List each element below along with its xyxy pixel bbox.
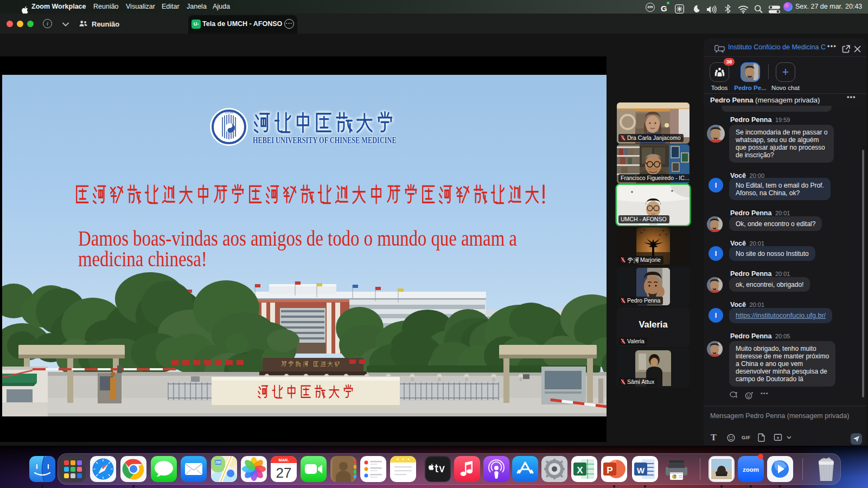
svg-text:zoom: zoom	[743, 466, 759, 473]
svg-text:27: 27	[276, 465, 292, 481]
svg-text:P: P	[607, 465, 612, 476]
svg-text:280: 280	[215, 460, 221, 464]
svg-text:X: X	[577, 465, 583, 476]
svg-text:MAR.: MAR.	[278, 458, 289, 463]
svg-text:W: W	[637, 466, 645, 475]
